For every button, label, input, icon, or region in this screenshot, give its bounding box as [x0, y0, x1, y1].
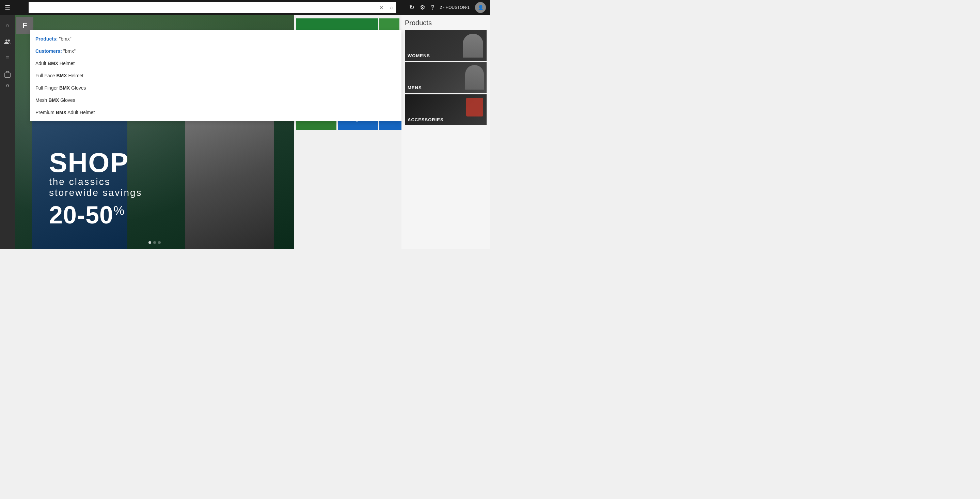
- products-panel: Products WOMENS MENS ACCESSORIES: [401, 15, 490, 249]
- topbar-right: ↻ ⚙ ? 2 - HOUSTON-1 👤: [409, 2, 490, 13]
- sidebar-users[interactable]: [0, 34, 15, 49]
- product-card-womens[interactable]: WOMENS: [405, 30, 487, 61]
- hamburger-icon: ☰: [5, 4, 10, 11]
- suggestion-mesh-bmx-gloves[interactable]: Mesh BMX Gloves: [30, 94, 401, 106]
- topbar: ☰ bmx ✕ ⌕ ↻ ⚙ ? 2 - HOUSTON-1 👤: [0, 0, 490, 15]
- refresh-button[interactable]: ↻: [409, 4, 414, 11]
- hero-discount: 20-50%: [49, 201, 142, 229]
- svg-rect-2: [5, 73, 10, 77]
- product-card-mens[interactable]: MENS: [405, 62, 487, 93]
- accessories-label: ACCESSORIES: [407, 117, 444, 122]
- search-submit-button[interactable]: ⌕: [390, 5, 393, 11]
- svg-point-1: [8, 40, 10, 41]
- svg-point-0: [5, 40, 8, 41]
- search-clear-button[interactable]: ✕: [379, 5, 383, 11]
- hero-shop-text: SHOP: [49, 149, 142, 177]
- help-button[interactable]: ?: [431, 4, 434, 11]
- hero-sub2: storewide savings: [49, 187, 142, 198]
- womens-label: WOMENS: [407, 53, 430, 58]
- sidebar-bag[interactable]: [0, 67, 15, 82]
- hero-sub1: the classics: [49, 177, 142, 187]
- suggestion-adult-bmx-helmet[interactable]: Adult BMX Helmet: [30, 57, 401, 70]
- sidebar-home[interactable]: ⌂: [0, 18, 15, 33]
- suggestion-products[interactable]: Products: "bmx": [30, 33, 401, 45]
- suggestion-customers[interactable]: Customers: "bmx": [30, 45, 401, 57]
- search-input[interactable]: bmx: [29, 2, 396, 13]
- products-panel-title: Products: [405, 19, 487, 27]
- search-container: bmx ✕ ⌕: [29, 2, 396, 13]
- main-content: SHOP the classics storewide savings 20-5…: [15, 15, 490, 249]
- sidebar-menu[interactable]: ≡: [0, 50, 15, 65]
- cart-count: 0: [6, 83, 8, 88]
- mens-label: MENS: [407, 85, 422, 90]
- product-card-accessories[interactable]: ACCESSORIES: [405, 94, 487, 125]
- suggestion-full-finger-bmx-gloves[interactable]: Full Finger BMX Gloves: [30, 82, 401, 94]
- store-label: 2 - HOUSTON-1: [440, 5, 469, 10]
- settings-button[interactable]: ⚙: [420, 4, 425, 11]
- menu-button[interactable]: ☰: [0, 0, 15, 15]
- hero-text: SHOP the classics storewide savings 20-5…: [49, 149, 142, 229]
- user-avatar[interactable]: 👤: [475, 2, 486, 13]
- suggestion-full-face-bmx-helmet[interactable]: Full Face BMX Helmet: [30, 70, 401, 82]
- search-dropdown: Products: "bmx" Customers: "bmx" Adult B…: [30, 30, 401, 121]
- sidebar: ⌂ ≡ 0: [0, 15, 15, 249]
- suggestion-premium-bmx-helmet[interactable]: Premium BMX Adult Helmet: [30, 106, 401, 118]
